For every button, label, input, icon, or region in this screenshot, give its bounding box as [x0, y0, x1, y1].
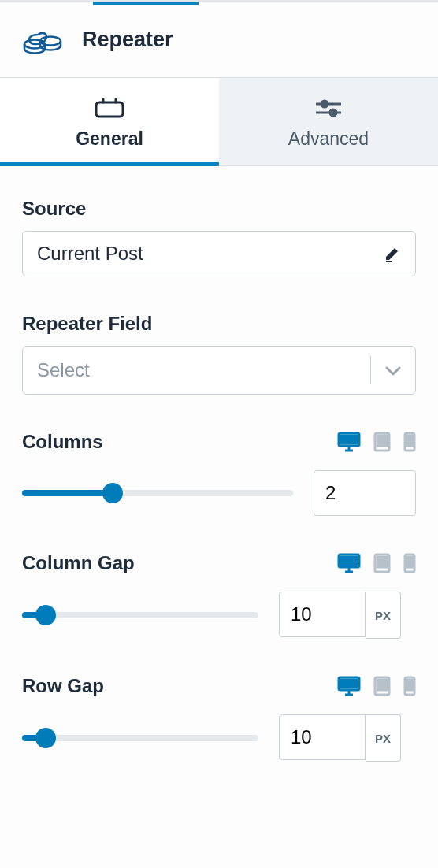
tab-advanced[interactable]: Advanced	[219, 78, 438, 165]
columns-label: Columns	[22, 431, 103, 453]
svg-rect-7	[386, 261, 392, 262]
edit-icon[interactable]	[384, 245, 401, 262]
panel-body: Source Current Post Repeater Field Selec…	[0, 166, 438, 845]
mobile-icon[interactable]	[403, 676, 416, 696]
repeater-field-field: Repeater Field Select	[22, 313, 416, 395]
widget-panel: Repeater General Advanced	[0, 0, 438, 868]
column-gap-unit[interactable]: PX	[366, 592, 401, 639]
svg-rect-9	[341, 436, 357, 443]
columns-input[interactable]	[314, 470, 416, 516]
svg-rect-23	[377, 680, 387, 690]
columns-field: Columns	[22, 431, 416, 516]
source-label: Source	[22, 198, 416, 220]
row-gap-field: Row Gap	[22, 675, 416, 762]
desktop-icon[interactable]	[337, 553, 361, 573]
svg-rect-11	[377, 436, 387, 446]
columns-slider-fill	[22, 490, 113, 496]
widget-icon	[94, 97, 125, 119]
tablet-icon[interactable]	[373, 432, 391, 452]
tablet-icon[interactable]	[373, 553, 391, 573]
source-field: Source Current Post	[22, 198, 416, 276]
source-input[interactable]: Current Post	[22, 231, 416, 276]
top-accent	[93, 2, 199, 5]
mobile-icon[interactable]	[403, 553, 416, 573]
tab-advanced-label: Advanced	[288, 128, 369, 150]
svg-point-6	[330, 109, 336, 116]
tabs: General Advanced	[0, 77, 438, 166]
source-value: Current Post	[37, 243, 143, 265]
mobile-icon[interactable]	[403, 432, 416, 452]
select-separator	[370, 356, 371, 384]
repeater-field-label: Repeater Field	[22, 313, 416, 335]
row-gap-label: Row Gap	[22, 675, 104, 697]
column-gap-field: Column Gap	[22, 552, 416, 639]
svg-rect-25	[406, 680, 413, 690]
panel-title: Repeater	[82, 28, 173, 52]
device-switcher-column-gap	[337, 553, 416, 573]
panel-header: Repeater	[0, 2, 438, 77]
columns-slider[interactable]	[22, 490, 293, 496]
column-gap-label: Column Gap	[22, 552, 135, 574]
svg-rect-17	[377, 557, 387, 567]
svg-point-4	[321, 101, 328, 107]
repeater-field-select[interactable]: Select	[22, 346, 416, 395]
svg-rect-13	[406, 436, 413, 446]
device-switcher-columns	[337, 432, 416, 452]
column-gap-slider-thumb[interactable]	[35, 605, 56, 625]
repeater-icon	[22, 22, 65, 57]
tab-general-label: General	[76, 128, 143, 150]
tablet-icon[interactable]	[373, 676, 391, 696]
column-gap-slider[interactable]	[22, 612, 258, 618]
device-switcher-row-gap	[337, 676, 416, 696]
desktop-icon[interactable]	[337, 432, 361, 452]
row-gap-input[interactable]	[279, 714, 366, 760]
row-gap-slider-thumb[interactable]	[35, 728, 56, 748]
svg-rect-21	[341, 680, 357, 688]
row-gap-slider[interactable]	[22, 735, 258, 741]
desktop-icon[interactable]	[337, 676, 361, 696]
column-gap-input[interactable]	[279, 592, 366, 637]
row-gap-unit[interactable]: PX	[366, 714, 401, 762]
svg-rect-2	[96, 102, 123, 117]
sliders-icon	[313, 97, 344, 119]
svg-rect-19	[406, 557, 413, 567]
svg-rect-15	[341, 557, 357, 565]
chevron-down-icon	[382, 359, 404, 381]
columns-slider-thumb[interactable]	[102, 483, 123, 503]
repeater-field-placeholder: Select	[37, 359, 359, 381]
tab-general[interactable]: General	[0, 78, 219, 165]
